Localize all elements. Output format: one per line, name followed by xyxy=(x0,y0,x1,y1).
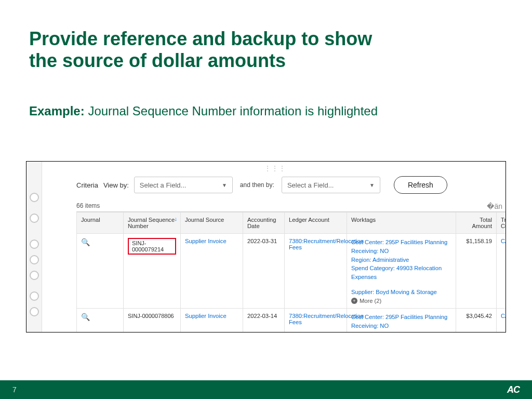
title-line-2: the source of dollar amounts xyxy=(29,50,286,71)
cell-worktags: Cost Center: 295P Facilities Planning Re… xyxy=(347,234,456,309)
col-sequence-label: Journal Sequence Number xyxy=(128,217,175,229)
criteria-label: Criteria xyxy=(76,181,98,189)
slide-title: Provide reference and backup to show the… xyxy=(29,28,372,72)
sort-indicator-icon: ↓ xyxy=(175,216,178,222)
worktag[interactable]: Supplier: Boyd Moving & Storage xyxy=(351,288,451,297)
slide-footer: 7 AC xyxy=(0,380,532,399)
journal-table: Journal Journal Sequence Number ↓ Journa… xyxy=(76,212,506,332)
data-grid: Journal Journal Sequence Number ↓ Journa… xyxy=(76,211,506,332)
screenshot-panel: ⋮⋮⋮ Criteria View by: Select a Field... … xyxy=(26,161,506,332)
col-ledger[interactable]: Ledger Account xyxy=(285,212,347,234)
col-date[interactable]: Accounting Date xyxy=(243,212,285,234)
example-line: Example: Journal Sequence Number informa… xyxy=(29,104,378,118)
cell-sequence: SINJ-0000079214 xyxy=(124,234,181,309)
worktag[interactable]: Spend Category: 49903 Relocation Expense… xyxy=(351,264,451,282)
brand-logo: AC xyxy=(507,384,520,395)
col-journal[interactable]: Journal xyxy=(77,212,124,234)
search-icon[interactable]: 🔍 xyxy=(81,313,90,321)
worktag[interactable]: Region: Administrative xyxy=(351,330,451,332)
view-by-select[interactable]: Select a Field... ▼ xyxy=(134,177,233,193)
worktag[interactable]: Cost Center: 295P Facilities Planning xyxy=(351,313,451,322)
chevron-down-icon: ▼ xyxy=(222,182,227,188)
example-text: Journal Sequence Number information is h… xyxy=(85,104,378,118)
left-rail xyxy=(26,162,42,332)
cell-ledger[interactable]: 7380:Recruitment/Relocation Fees xyxy=(285,234,347,309)
rail-bubble xyxy=(30,307,39,316)
sequence-value: SINJ-0000078806 xyxy=(128,313,174,319)
table-header-row: Journal Journal Sequence Number ↓ Journa… xyxy=(77,212,507,234)
worktag[interactable]: Cost Center: 295P Facilities Planning xyxy=(351,238,451,247)
rail-bubble xyxy=(30,271,39,280)
and-then-by-placeholder: Select a Field... xyxy=(287,181,334,189)
rail-bubble xyxy=(30,255,39,264)
rail-bubble xyxy=(30,240,39,249)
cell-amount: $1,158.19 xyxy=(456,234,497,309)
grid-toolbar: �än xyxy=(487,202,502,210)
title-line-1: Provide reference and backup to show xyxy=(29,28,372,49)
rail-bubble xyxy=(30,214,39,223)
cell-worktags: Cost Center: 295P Facilities Planning Re… xyxy=(347,308,456,332)
more-label: More (2) xyxy=(360,298,381,304)
worktag[interactable]: Receiving: NO xyxy=(351,322,451,330)
col-sequence[interactable]: Journal Sequence Number ↓ xyxy=(124,212,181,234)
col-currency[interactable]: Translation Currency xyxy=(497,212,507,234)
table-row: 🔍 SINJ-0000078806 Supplier Invoice 2022-… xyxy=(77,308,507,332)
worktag[interactable]: Region: Administrative xyxy=(351,256,451,264)
chevron-down-icon: ▼ xyxy=(369,182,375,188)
view-by-label: View by: xyxy=(103,181,129,189)
and-then-by-label: and then by: xyxy=(240,181,274,189)
cell-amount: $3,045.42 xyxy=(456,308,497,332)
cell-date: 2022-03-31 xyxy=(243,234,285,309)
cell-date: 2022-03-14 xyxy=(243,308,285,332)
worktag[interactable]: Receiving: NO xyxy=(351,247,451,256)
cell-sequence: SINJ-0000078806 xyxy=(124,308,181,332)
more-worktags[interactable]: +More (2) xyxy=(351,298,381,304)
export-icon[interactable]: �än xyxy=(487,202,502,210)
example-label: Example: xyxy=(29,104,85,118)
cell-journal[interactable]: 🔍 xyxy=(77,234,124,309)
refresh-button[interactable]: Refresh xyxy=(394,176,447,194)
col-source[interactable]: Journal Source xyxy=(181,212,243,234)
search-icon[interactable]: 🔍 xyxy=(81,238,90,246)
and-then-by-select[interactable]: Select a Field... ▼ xyxy=(282,177,380,193)
view-by-placeholder: Select a Field... xyxy=(140,181,187,189)
items-count: 66 items xyxy=(45,201,506,212)
page-number: 7 xyxy=(12,385,17,394)
refresh-label: Refresh xyxy=(408,181,433,189)
sequence-highlight: SINJ-0000079214 xyxy=(128,238,176,255)
rail-bubble xyxy=(30,193,39,202)
cell-journal[interactable]: 🔍 xyxy=(77,308,124,332)
rail-bubble xyxy=(30,291,39,301)
cell-source[interactable]: Supplier Invoice xyxy=(181,234,243,309)
drag-handle-icon[interactable]: ⋮⋮⋮ xyxy=(264,165,286,172)
cell-currency[interactable]: CAD xyxy=(497,234,507,309)
cell-source[interactable]: Supplier Invoice xyxy=(181,308,243,332)
screenshot-content: ⋮⋮⋮ Criteria View by: Select a Field... … xyxy=(45,162,506,332)
col-amount[interactable]: Total Amount xyxy=(456,212,497,234)
col-worktags[interactable]: Worktags xyxy=(347,212,456,234)
table-row: 🔍 SINJ-0000079214 Supplier Invoice 2022-… xyxy=(77,234,507,309)
cell-currency[interactable]: CAD xyxy=(497,308,507,332)
plus-icon: + xyxy=(351,298,357,304)
cell-ledger[interactable]: 7380:Recruitment/Relocation Fees xyxy=(285,308,347,332)
